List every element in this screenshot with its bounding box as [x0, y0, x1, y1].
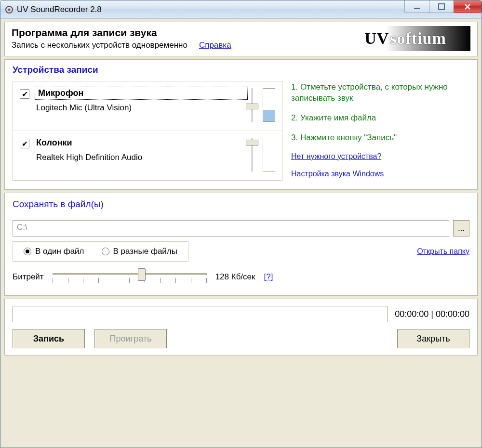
app-subtitle: Запись с нескольких устройств одновремен…	[12, 40, 187, 50]
device-name[interactable]: Колонки	[36, 138, 246, 148]
hint-step-1: 1. Отметьте устройства, с которых нужно …	[291, 82, 469, 104]
save-panel: Сохранять в файл(ы) C:\ ... В один файл …	[4, 193, 478, 296]
device-item-speakers: ✔ Колонки Realtek High Definition Audio	[13, 131, 282, 180]
help-link[interactable]: Справка	[199, 40, 231, 50]
brand-soft: softium	[390, 29, 446, 48]
browse-button[interactable]: ...	[453, 220, 469, 237]
window-title: UV SoundRecorder 2.8	[17, 5, 102, 14]
progress-bar	[13, 306, 388, 322]
radio-many-files[interactable]: В разные файлы	[102, 247, 177, 256]
device-level-meter	[263, 138, 275, 171]
close-window-button[interactable]	[454, 0, 482, 13]
device-subname: Logitech Mic (Ultra Vision)	[36, 103, 246, 113]
device-checkbox[interactable]: ✔	[20, 89, 29, 99]
device-checkbox[interactable]: ✔	[20, 139, 29, 148]
devices-panel: Устройства записи ✔ Микрофон Logitech Mi…	[4, 59, 478, 190]
device-name[interactable]: Микрофон	[36, 88, 246, 98]
svg-rect-2	[414, 8, 420, 9]
bitrate-row: Битрейт 128 Кб/сек [?]	[13, 266, 469, 288]
app-icon	[4, 5, 14, 14]
record-button[interactable]: Запись	[13, 329, 85, 348]
hint-step-2: 2. Укажите имя файла	[291, 113, 469, 124]
open-folder-link[interactable]: Открыть папку	[417, 247, 469, 256]
device-level-meter	[263, 88, 275, 122]
window-controls	[405, 0, 482, 18]
svg-rect-3	[439, 4, 444, 10]
app-heading: Программа для записи звука	[12, 27, 231, 39]
header-panel: Программа для записи звука Запись с неск…	[4, 22, 478, 56]
device-subname: Realtek High Definition Audio	[36, 153, 246, 162]
windows-sound-settings-link[interactable]: Настройка звука Windows	[291, 170, 384, 178]
bitrate-help-link[interactable]: [?]	[264, 272, 273, 282]
radio-many-files-label: В разные файлы	[113, 247, 177, 256]
brand-uv: UV	[364, 29, 389, 48]
bitrate-label: Битрейт	[13, 272, 44, 282]
client-area: Программа для записи звука Запись с неск…	[0, 19, 482, 448]
close-button[interactable]: Закрыть	[397, 329, 469, 348]
minimize-button[interactable]	[404, 0, 429, 13]
bitrate-value: 128 Кб/сек	[215, 272, 255, 282]
play-button[interactable]: Проиграть	[94, 329, 167, 348]
hint-step-3: 3. Нажмите кнопку "Запись"	[291, 132, 469, 144]
hints-column: 1. Отметьте устройства, с которых нужно …	[291, 81, 469, 181]
app-window: UV SoundRecorder 2.8 Программа для запис…	[0, 0, 482, 448]
svg-point-1	[8, 8, 11, 11]
device-list: ✔ Микрофон Logitech Mic (Ultra Vision)	[13, 81, 282, 181]
titlebar[interactable]: UV SoundRecorder 2.8	[0, 0, 482, 19]
devices-section-title: Устройства записи	[13, 65, 469, 75]
radio-one-file[interactable]: В один файл	[24, 247, 84, 256]
time-display: 00:00:00 | 00:00:00	[395, 309, 469, 319]
save-section-title: Сохранять в файл(ы)	[13, 199, 469, 210]
missing-device-link[interactable]: Нет нужного устройства?	[291, 152, 381, 160]
radio-one-file-label: В один файл	[35, 247, 84, 256]
device-item-microphone: ✔ Микрофон Logitech Mic (Ultra Vision)	[13, 81, 282, 131]
device-volume-slider[interactable]	[246, 88, 258, 122]
file-mode-radio-group: В один файл В разные файлы	[13, 241, 188, 262]
bitrate-slider[interactable]	[53, 266, 207, 288]
brand-logo: UVsoftium	[340, 26, 470, 51]
save-path-input[interactable]: C:\	[13, 220, 449, 237]
device-volume-slider[interactable]	[246, 138, 258, 171]
bottom-panel: 00:00:00 | 00:00:00 Запись Проиграть Зак…	[4, 299, 478, 356]
maximize-button[interactable]	[429, 0, 454, 13]
